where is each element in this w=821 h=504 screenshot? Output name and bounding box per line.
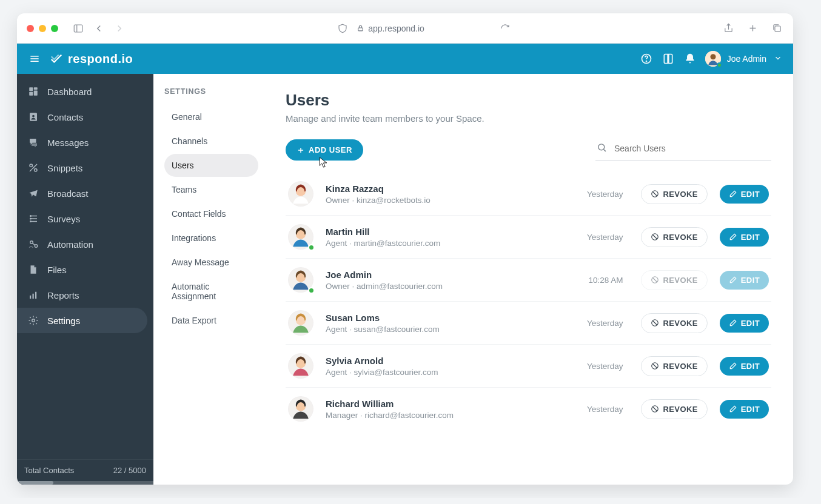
plus-icon: [297, 146, 305, 154]
revoke-button[interactable]: REVOKE: [641, 184, 707, 204]
new-tab-icon[interactable]: [746, 22, 759, 35]
url-text: app.respond.io: [368, 24, 424, 33]
settings-item-teams[interactable]: Teams: [164, 178, 258, 201]
svg-line-55: [653, 321, 657, 325]
brand[interactable]: respond.io: [50, 52, 133, 66]
tabs-icon[interactable]: [770, 22, 783, 35]
revoke-button[interactable]: REVOKE: [641, 227, 707, 247]
sidebar-scrollbar[interactable]: [17, 481, 153, 485]
svg-line-39: [604, 149, 606, 151]
user-role-email: Agent · martin@fastcourier.com: [326, 239, 575, 248]
sidebar-item-reports[interactable]: Reports: [17, 282, 153, 308]
settings-item-general[interactable]: General: [164, 105, 258, 128]
chevron-down-icon: [774, 54, 782, 64]
messages-icon: [28, 137, 39, 148]
shield-icon[interactable]: [336, 22, 349, 35]
user-row: Susan LomsAgent · susan@fastcourier.comY…: [286, 302, 771, 345]
docs-icon[interactable]: [662, 52, 675, 65]
settings-item-integrations[interactable]: Integrations: [164, 227, 258, 250]
sidebar-item-files[interactable]: Files: [17, 257, 153, 282]
svg-rect-14: [29, 87, 33, 91]
user-last-seen: Yesterday: [587, 319, 623, 328]
browser-chrome: app.respond.io: [17, 13, 793, 44]
user-menu[interactable]: Joe Admin: [705, 51, 782, 67]
revoke-button[interactable]: REVOKE: [641, 356, 707, 376]
sidebar-item-broadcast[interactable]: Broadcast: [17, 181, 153, 206]
sidebar-item-settings[interactable]: Settings: [17, 308, 147, 333]
revoke-icon: [651, 319, 659, 327]
settings-item-away-message[interactable]: Away Message: [164, 251, 258, 274]
settings-sidebar: SETTINGS GeneralChannelsUsersTeamsContac…: [153, 74, 264, 485]
svg-line-51: [653, 278, 657, 282]
bell-icon[interactable]: [683, 52, 697, 65]
edit-button[interactable]: EDIT: [720, 357, 769, 376]
svg-line-23: [30, 169, 32, 171]
share-icon[interactable]: [722, 22, 735, 35]
sidebar-item-snippets[interactable]: Snippets: [17, 155, 153, 181]
revoke-button[interactable]: REVOKE: [641, 399, 707, 419]
search-users[interactable]: [595, 140, 771, 161]
settings-item-data-export[interactable]: Data Export: [164, 309, 258, 332]
svg-point-31: [35, 245, 38, 248]
revoke-icon: [651, 276, 659, 284]
svg-rect-34: [35, 292, 36, 299]
user-row: Kinza RazzaqOwner · kinza@rocketbots.ioY…: [286, 173, 771, 216]
maximize-window-icon[interactable]: [51, 25, 58, 32]
edit-button[interactable]: EDIT: [720, 314, 769, 333]
sidebar-item-dashboard[interactable]: Dashboard: [17, 79, 153, 104]
lock-icon: [357, 24, 364, 32]
edit-icon: [729, 233, 737, 241]
sidebar-item-surveys[interactable]: Surveys: [17, 206, 153, 231]
user-last-seen: 10:28 AM: [588, 276, 623, 285]
svg-point-21: [35, 169, 38, 172]
url-bar[interactable]: app.respond.io: [357, 24, 424, 33]
sidebar-footer: Total Contacts 22 / 5000: [17, 459, 153, 481]
sidebar-item-messages[interactable]: Messages: [17, 130, 153, 155]
edit-icon: [729, 405, 737, 413]
user-name: Martin Hill: [326, 227, 575, 237]
sidebar-item-contacts[interactable]: Contacts: [17, 104, 153, 130]
reload-icon[interactable]: [498, 22, 512, 35]
user-role-email: Agent · susan@fastcourier.com: [326, 325, 575, 334]
settings-icon: [28, 315, 39, 326]
search-icon: [597, 142, 607, 155]
broadcast-icon: [28, 188, 39, 199]
help-icon[interactable]: [640, 52, 653, 65]
user-role-email: Owner · kinza@rocketbots.io: [326, 196, 575, 205]
svg-rect-32: [30, 296, 31, 299]
settings-item-users[interactable]: Users: [164, 154, 258, 177]
sidebar-item-automation[interactable]: Automation: [17, 231, 153, 257]
user-role-email: Manager · richard@fastcourier.com: [326, 411, 575, 420]
edit-icon: [729, 276, 737, 284]
back-icon[interactable]: [92, 22, 106, 35]
search-input[interactable]: [614, 144, 770, 153]
settings-item-contact-fields[interactable]: Contact Fields: [164, 202, 258, 225]
user-avatar: [288, 396, 313, 422]
revoke-icon: [651, 233, 659, 241]
settings-heading: SETTINGS: [164, 87, 258, 96]
user-avatar: [288, 310, 313, 336]
user-avatar: [288, 267, 313, 293]
edit-button[interactable]: EDIT: [720, 228, 769, 247]
svg-line-59: [653, 364, 657, 368]
add-user-button[interactable]: ADD USER: [286, 139, 363, 161]
hamburger-icon[interactable]: [28, 52, 41, 65]
user-avatar: [705, 51, 721, 67]
svg-rect-0: [74, 25, 82, 32]
settings-item-channels[interactable]: Channels: [164, 130, 258, 153]
minimize-window-icon[interactable]: [39, 25, 46, 32]
users-list: Kinza RazzaqOwner · kinza@rocketbots.ioY…: [286, 173, 771, 479]
close-window-icon[interactable]: [27, 25, 34, 32]
user-role-email: Agent · sylvia@fastcourier.com: [326, 368, 575, 377]
revoke-button[interactable]: REVOKE: [641, 313, 707, 333]
settings-item-automatic-assignment[interactable]: Automatic Assignment: [164, 275, 258, 308]
user-name: Kinza Razzaq: [326, 184, 575, 194]
user-row: Sylvia ArnoldAgent · sylvia@fastcourier.…: [286, 345, 771, 388]
edit-button[interactable]: EDIT: [720, 185, 769, 204]
edit-button[interactable]: EDIT: [720, 400, 769, 419]
user-last-seen: Yesterday: [587, 405, 623, 414]
sidebar-toggle-icon[interactable]: [72, 22, 85, 35]
forward-icon[interactable]: [113, 22, 126, 35]
topbar: respond.io Joe Admin: [17, 44, 793, 74]
automation-icon: [28, 239, 39, 250]
